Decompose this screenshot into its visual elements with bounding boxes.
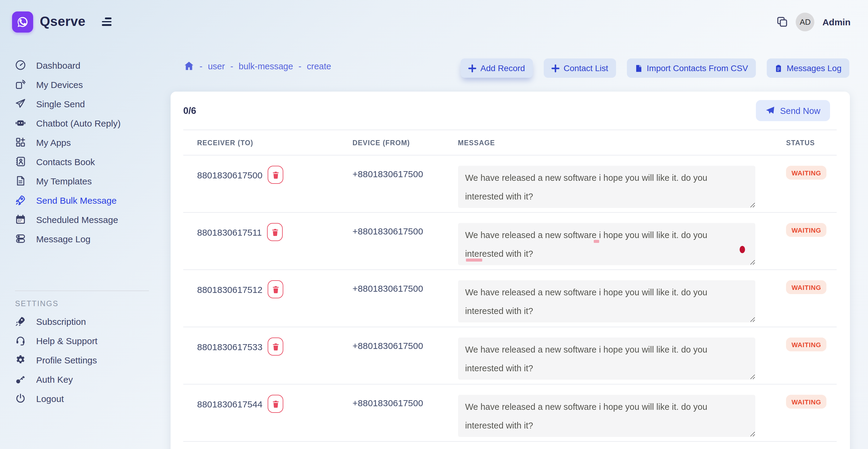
delete-row-button[interactable] (268, 395, 284, 413)
device-number: +8801830617500 (352, 398, 423, 408)
brand-name: Qserve (40, 14, 86, 30)
sidebar-item-single-send[interactable]: Single Send (0, 94, 164, 113)
delete-row-button[interactable] (268, 166, 284, 184)
rocket-icon (15, 195, 26, 205)
delete-row-button[interactable] (268, 280, 284, 298)
trash-icon (273, 343, 279, 350)
progress-counter: 0/6 (183, 105, 196, 116)
templates-icon (15, 175, 26, 186)
apps-icon (15, 137, 26, 148)
key-icon (15, 374, 26, 385)
sidebar-divider (15, 290, 149, 291)
breadcrumb: - user - bulk-message - create (184, 61, 331, 71)
table-row: 8801830617512 +8801830617500 WAITING (183, 270, 837, 327)
sidebar-item-scheduled-message[interactable]: Scheduled Message (0, 210, 164, 229)
paper-plane-icon (766, 106, 775, 115)
whatsapp-logo-icon (12, 11, 33, 32)
device-number: +8801830617500 (352, 226, 423, 236)
send-icon (15, 98, 26, 109)
sidebar-item-subscription[interactable]: Subscription (0, 312, 164, 331)
calendar-icon (15, 214, 26, 225)
sidebar-item-auth-key[interactable]: Auth Key (0, 370, 164, 389)
brand-logo[interactable]: Qserve (0, 11, 86, 32)
user-name[interactable]: Admin (823, 17, 850, 27)
sidebar-item-logout[interactable]: Logout (0, 389, 164, 408)
contacts-icon (15, 156, 26, 167)
sidebar-item-label: Profile Settings (36, 355, 97, 365)
sidebar-item-my-devices[interactable]: My Devices (0, 75, 164, 94)
plus-icon (468, 64, 476, 72)
robot-icon (15, 118, 26, 128)
import-contacts-csv-button[interactable]: Import Contacts From CSV (627, 59, 756, 78)
sidebar-item-label: Auth Key (36, 374, 73, 384)
messages-log-button[interactable]: Messages Log (767, 59, 849, 78)
message-textarea[interactable] (458, 166, 755, 208)
device-number: +8801830617500 (352, 283, 423, 293)
copy-icon[interactable] (777, 16, 788, 27)
message-textarea[interactable] (458, 280, 755, 322)
column-receiver: RECEIVER (TO) (183, 139, 352, 147)
trash-icon (272, 228, 278, 236)
plus-icon (552, 64, 559, 72)
sidebar-item-dashboard[interactable]: Dashboard (0, 56, 164, 75)
breadcrumb-separator: - (299, 61, 301, 71)
sidebar-main-list: Dashboard My Devices Single Send Chatbot… (0, 56, 164, 248)
page: Qserve AD Admin Dashboard My Devices Sin… (0, 0, 868, 449)
dashboard-icon (15, 60, 26, 70)
contact-list-button[interactable]: Contact List (544, 59, 616, 78)
table-header: RECEIVER (TO) DEVICE (FROM) MESSAGE STAT… (183, 130, 837, 156)
status-badge: WAITING (786, 395, 827, 409)
sidebar-item-label: Logout (36, 393, 64, 404)
table-row: 8801830617544 +8801830617500 WAITING (183, 385, 837, 442)
menu-toggle-icon[interactable] (102, 18, 112, 26)
sidebar-item-label: Single Send (36, 99, 85, 109)
sidebar-item-label: Send Bulk Message (36, 195, 117, 205)
send-now-button[interactable]: Send Now (756, 100, 830, 121)
avatar[interactable]: AD (796, 12, 815, 31)
rocket-filled-icon (15, 316, 26, 327)
sidebar-item-contacts-book[interactable]: Contacts Book (0, 152, 164, 171)
sidebar-item-chatbot-auto-reply[interactable]: Chatbot (Auto Reply) (0, 113, 164, 133)
message-textarea[interactable] (458, 338, 755, 380)
settings-heading: SETTINGS (15, 299, 164, 308)
table-row: 8801830617500 +8801830617500 WAITING (183, 156, 837, 213)
trash-icon (273, 400, 279, 408)
headset-icon (15, 335, 26, 346)
sidebar-item-label: Contacts Book (36, 156, 95, 167)
column-status: STATUS (786, 139, 837, 147)
action-buttons: Add Record Contact List Import Contacts … (461, 59, 849, 78)
delete-row-button[interactable] (268, 338, 284, 356)
home-icon[interactable] (184, 61, 194, 71)
trash-icon (273, 285, 279, 293)
device-number: +8801830617500 (352, 169, 423, 179)
message-textarea[interactable] (458, 395, 755, 437)
sidebar-item-label: Dashboard (36, 60, 81, 70)
devices-icon (15, 79, 26, 90)
trash-icon (273, 171, 279, 179)
breadcrumb-separator: - (230, 61, 233, 71)
device-number: +8801830617500 (352, 341, 423, 351)
status-badge: WAITING (786, 166, 827, 180)
delete-row-button[interactable] (267, 223, 283, 241)
sidebar-item-my-apps[interactable]: My Apps (0, 133, 164, 152)
add-record-button[interactable]: Add Record (461, 59, 533, 78)
receiver-number: 8801830617533 (197, 342, 262, 352)
status-badge: WAITING (786, 338, 827, 351)
sidebar-item-send-bulk-message[interactable]: Send Bulk Message (0, 190, 164, 210)
table-row: 8801830617533 +8801830617500 WAITING (183, 327, 837, 385)
power-icon (15, 393, 26, 404)
csv-file-icon (635, 64, 643, 72)
breadcrumb-item-user[interactable]: user (208, 61, 225, 71)
sidebar-item-message-log[interactable]: Message Log (0, 229, 164, 248)
sidebar-item-profile-settings[interactable]: Profile Settings (0, 350, 164, 370)
breadcrumb-item-create[interactable]: create (307, 61, 331, 71)
breadcrumb-item-bulk-message[interactable]: bulk-message (239, 61, 293, 71)
sidebar-item-label: Scheduled Message (36, 214, 118, 224)
status-badge: WAITING (786, 280, 827, 294)
message-textarea[interactable] (458, 223, 755, 265)
sidebar-item-help-support[interactable]: Help & Support (0, 331, 164, 350)
sidebar-item-my-templates[interactable]: My Templates (0, 171, 164, 190)
table-row: 8801830617511 +8801830617500 WAITING (183, 213, 837, 270)
sidebar-item-label: My Devices (36, 79, 83, 90)
table-body: 8801830617500 +8801830617500 WAITING 880… (183, 156, 837, 442)
